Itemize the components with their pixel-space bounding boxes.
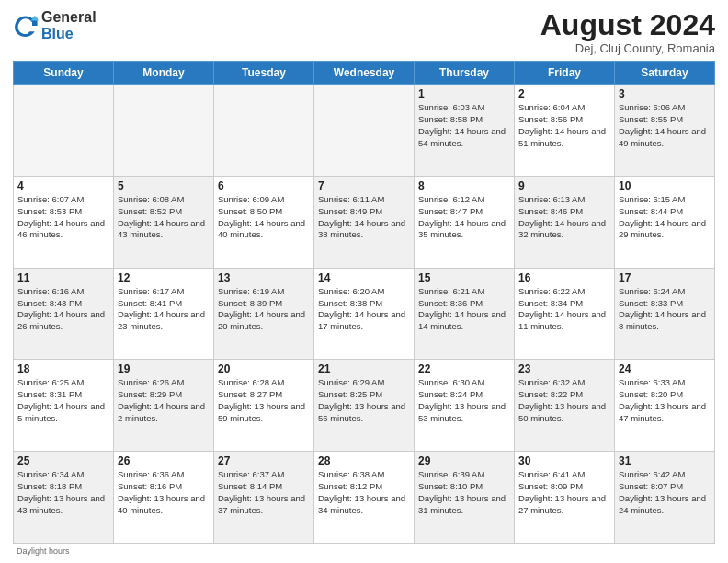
day-info: Sunrise: 6:41 AMSunset: 8:09 PMDaylight:… <box>518 469 610 516</box>
calendar-cell: 6Sunrise: 6:09 AMSunset: 8:50 PMDaylight… <box>214 176 314 268</box>
calendar-cell: 31Sunrise: 6:42 AMSunset: 8:07 PMDayligh… <box>615 452 715 544</box>
day-number: 11 <box>17 271 109 284</box>
calendar-cell: 4Sunrise: 6:07 AMSunset: 8:53 PMDaylight… <box>14 176 114 268</box>
footer-note-text: Daylight hours <box>17 546 70 556</box>
calendar-cell: 30Sunrise: 6:41 AMSunset: 8:09 PMDayligh… <box>515 452 615 544</box>
day-number: 23 <box>518 362 610 375</box>
calendar-cell: 19Sunrise: 6:26 AMSunset: 8:29 PMDayligh… <box>114 360 214 452</box>
page: General Blue August 2024 Dej, Cluj Count… <box>0 0 728 563</box>
day-number: 30 <box>518 454 610 467</box>
calendar-cell: 22Sunrise: 6:30 AMSunset: 8:24 PMDayligh… <box>415 360 515 452</box>
logo-general: General <box>41 9 97 25</box>
calendar-cell: 2Sunrise: 6:04 AMSunset: 8:56 PMDaylight… <box>515 85 615 177</box>
calendar-cell: 11Sunrise: 6:16 AMSunset: 8:43 PMDayligh… <box>14 268 114 360</box>
calendar-cell: 15Sunrise: 6:21 AMSunset: 8:36 PMDayligh… <box>415 268 515 360</box>
logo-text: General Blue <box>41 9 97 41</box>
day-number: 10 <box>619 179 711 192</box>
day-number: 26 <box>118 454 210 467</box>
day-number: 25 <box>17 454 109 467</box>
day-info: Sunrise: 6:08 AMSunset: 8:52 PMDaylight:… <box>118 194 210 241</box>
day-info: Sunrise: 6:26 AMSunset: 8:29 PMDaylight:… <box>118 377 210 424</box>
day-info: Sunrise: 6:25 AMSunset: 8:31 PMDaylight:… <box>17 377 109 424</box>
day-info: Sunrise: 6:04 AMSunset: 8:56 PMDaylight:… <box>518 102 610 149</box>
day-number: 3 <box>619 87 711 100</box>
calendar-cell: 14Sunrise: 6:20 AMSunset: 8:38 PMDayligh… <box>314 268 415 360</box>
day-info: Sunrise: 6:39 AMSunset: 8:10 PMDaylight:… <box>418 469 510 516</box>
day-number: 21 <box>318 362 410 375</box>
calendar-week-row: 18Sunrise: 6:25 AMSunset: 8:31 PMDayligh… <box>14 360 715 452</box>
calendar-cell: 1Sunrise: 6:03 AMSunset: 8:58 PMDaylight… <box>415 85 515 177</box>
day-number: 6 <box>218 179 310 192</box>
day-number: 18 <box>17 362 109 375</box>
calendar-cell: 23Sunrise: 6:32 AMSunset: 8:22 PMDayligh… <box>515 360 615 452</box>
day-info: Sunrise: 6:16 AMSunset: 8:43 PMDaylight:… <box>17 286 109 333</box>
calendar-week-row: 4Sunrise: 6:07 AMSunset: 8:53 PMDaylight… <box>14 176 715 268</box>
day-number: 20 <box>218 362 310 375</box>
day-info: Sunrise: 6:17 AMSunset: 8:41 PMDaylight:… <box>118 286 210 333</box>
day-number: 15 <box>418 271 510 284</box>
calendar-week-row: 25Sunrise: 6:34 AMSunset: 8:18 PMDayligh… <box>14 452 715 544</box>
month-year: August 2024 <box>540 9 715 41</box>
calendar-cell: 25Sunrise: 6:34 AMSunset: 8:18 PMDayligh… <box>14 452 114 544</box>
calendar-cell <box>314 85 415 177</box>
calendar-cell: 21Sunrise: 6:29 AMSunset: 8:25 PMDayligh… <box>314 360 415 452</box>
calendar-cell: 28Sunrise: 6:38 AMSunset: 8:12 PMDayligh… <box>314 452 415 544</box>
calendar-cell: 18Sunrise: 6:25 AMSunset: 8:31 PMDayligh… <box>14 360 114 452</box>
day-info: Sunrise: 6:12 AMSunset: 8:47 PMDaylight:… <box>418 194 510 241</box>
day-number: 14 <box>318 271 410 284</box>
calendar-cell: 27Sunrise: 6:37 AMSunset: 8:14 PMDayligh… <box>214 452 314 544</box>
day-number: 7 <box>318 179 410 192</box>
day-info: Sunrise: 6:30 AMSunset: 8:24 PMDaylight:… <box>418 377 510 424</box>
calendar-cell: 16Sunrise: 6:22 AMSunset: 8:34 PMDayligh… <box>515 268 615 360</box>
day-info: Sunrise: 6:29 AMSunset: 8:25 PMDaylight:… <box>318 377 410 424</box>
day-info: Sunrise: 6:15 AMSunset: 8:44 PMDaylight:… <box>619 194 711 241</box>
calendar-cell <box>14 85 114 177</box>
day-number: 28 <box>318 454 410 467</box>
day-info: Sunrise: 6:09 AMSunset: 8:50 PMDaylight:… <box>218 194 310 241</box>
location: Dej, Cluj County, Romania <box>540 41 715 55</box>
day-info: Sunrise: 6:28 AMSunset: 8:27 PMDaylight:… <box>218 377 310 424</box>
calendar-cell: 24Sunrise: 6:33 AMSunset: 8:20 PMDayligh… <box>615 360 715 452</box>
footer-note: Daylight hours <box>13 546 715 556</box>
day-number: 5 <box>118 179 210 192</box>
calendar-header-row: SundayMondayTuesdayWednesdayThursdayFrid… <box>14 62 715 85</box>
calendar-cell: 7Sunrise: 6:11 AMSunset: 8:49 PMDaylight… <box>314 176 415 268</box>
calendar-cell: 20Sunrise: 6:28 AMSunset: 8:27 PMDayligh… <box>214 360 314 452</box>
calendar-cell: 5Sunrise: 6:08 AMSunset: 8:52 PMDaylight… <box>114 176 214 268</box>
calendar-cell: 29Sunrise: 6:39 AMSunset: 8:10 PMDayligh… <box>415 452 515 544</box>
calendar-cell: 13Sunrise: 6:19 AMSunset: 8:39 PMDayligh… <box>214 268 314 360</box>
day-number: 19 <box>118 362 210 375</box>
calendar-cell: 26Sunrise: 6:36 AMSunset: 8:16 PMDayligh… <box>114 452 214 544</box>
title-block: August 2024 Dej, Cluj County, Romania <box>540 9 715 55</box>
day-number: 13 <box>218 271 310 284</box>
day-number: 29 <box>418 454 510 467</box>
day-info: Sunrise: 6:19 AMSunset: 8:39 PMDaylight:… <box>218 286 310 333</box>
day-info: Sunrise: 6:33 AMSunset: 8:20 PMDaylight:… <box>619 377 711 424</box>
day-info: Sunrise: 6:38 AMSunset: 8:12 PMDaylight:… <box>318 469 410 516</box>
day-number: 16 <box>518 271 610 284</box>
col-header-sunday: Sunday <box>14 62 114 85</box>
day-info: Sunrise: 6:37 AMSunset: 8:14 PMDaylight:… <box>218 469 310 516</box>
day-number: 22 <box>418 362 510 375</box>
logo-icon <box>13 13 39 39</box>
day-number: 9 <box>518 179 610 192</box>
day-number: 17 <box>619 271 711 284</box>
col-header-wednesday: Wednesday <box>314 62 415 85</box>
day-info: Sunrise: 6:22 AMSunset: 8:34 PMDaylight:… <box>518 286 610 333</box>
day-number: 24 <box>619 362 711 375</box>
calendar-week-row: 1Sunrise: 6:03 AMSunset: 8:58 PMDaylight… <box>14 85 715 177</box>
col-header-tuesday: Tuesday <box>214 62 314 85</box>
calendar-cell: 17Sunrise: 6:24 AMSunset: 8:33 PMDayligh… <box>615 268 715 360</box>
calendar-cell: 12Sunrise: 6:17 AMSunset: 8:41 PMDayligh… <box>114 268 214 360</box>
col-header-saturday: Saturday <box>615 62 715 85</box>
day-info: Sunrise: 6:06 AMSunset: 8:55 PMDaylight:… <box>619 102 711 149</box>
calendar-cell: 3Sunrise: 6:06 AMSunset: 8:55 PMDaylight… <box>615 85 715 177</box>
calendar-table: SundayMondayTuesdayWednesdayThursdayFrid… <box>13 61 715 544</box>
col-header-monday: Monday <box>114 62 214 85</box>
day-info: Sunrise: 6:03 AMSunset: 8:58 PMDaylight:… <box>418 102 510 149</box>
col-header-thursday: Thursday <box>415 62 515 85</box>
day-number: 8 <box>418 179 510 192</box>
day-info: Sunrise: 6:42 AMSunset: 8:07 PMDaylight:… <box>619 469 711 516</box>
day-info: Sunrise: 6:13 AMSunset: 8:46 PMDaylight:… <box>518 194 610 241</box>
day-info: Sunrise: 6:21 AMSunset: 8:36 PMDaylight:… <box>418 286 510 333</box>
